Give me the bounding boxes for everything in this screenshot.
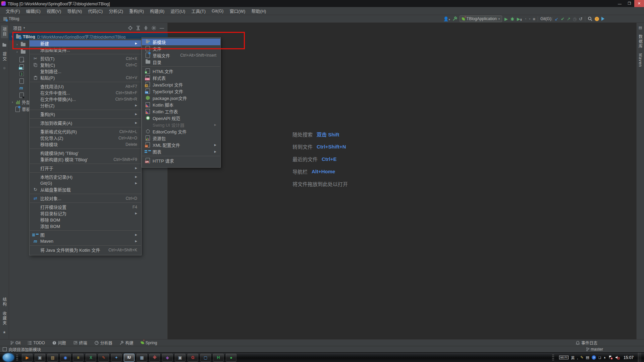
debug-icon[interactable]: [510, 17, 515, 21]
submenu-item-resource-bundle[interactable]: 资源包: [142, 135, 220, 141]
submenu-item-typescript-file[interactable]: TSTypeScript 文件: [142, 88, 220, 95]
menu-run[interactable]: 运行(U): [167, 8, 188, 14]
chevron-collapsed-icon[interactable]: ›: [15, 50, 19, 54]
menu-item-reload-from-disk[interactable]: ↻从磁盘重新加载: [30, 186, 141, 193]
tree-row[interactable]: [19, 77, 24, 84]
learn-ide-icon[interactable]: [601, 17, 604, 21]
taskbar-icon-visual-studio[interactable]: ◆: [162, 354, 173, 362]
ime-toolbar-icon[interactable]: ✎: [580, 355, 583, 360]
submenu-item-editorconfig-file[interactable]: EditorConfig 文件: [142, 128, 220, 135]
minimize-button[interactable]: —: [615, 0, 625, 7]
menu-item-add-to-favorites[interactable]: 添加到收藏夹(A)▶: [30, 120, 141, 126]
profiler-icon[interactable]: ◔: [524, 17, 527, 21]
tool-tab-structure[interactable]: 结构: [2, 297, 7, 307]
menu-navigate[interactable]: 导航(N): [64, 8, 85, 14]
toolwindow-event-log[interactable]: 事件日志: [573, 340, 600, 346]
taskbar-icon-file-manager[interactable]: ▤: [47, 354, 58, 362]
maximize-button[interactable]: ❐: [625, 0, 634, 7]
help-tray-icon[interactable]: ?: [592, 355, 596, 360]
submenu-item-kotlin-worksheet[interactable]: Kotlin 工作表: [142, 108, 220, 115]
menu-item-mark-directory-as[interactable]: 将目录标记为▶: [30, 210, 141, 217]
run-coverage-icon[interactable]: ▶▮: [517, 17, 522, 21]
menu-item-diagram[interactable]: 图▶: [30, 232, 141, 238]
menu-view[interactable]: 视图(V): [44, 8, 64, 14]
taskbar-icon-utility[interactable]: ✦: [111, 354, 122, 362]
submenu-item-scratch-file[interactable]: 草稿文件Ctrl+Alt+Shift+Insert: [142, 52, 220, 59]
git-push-icon[interactable]: ↗: [567, 17, 571, 21]
menu-git[interactable]: Git(G): [209, 8, 226, 13]
breadcrumb[interactable]: TBlog: [3, 16, 19, 21]
taskbar-icon-wechat[interactable]: ●: [226, 354, 236, 362]
menu-item-open-module-settings[interactable]: 打开模块设置F4: [30, 204, 141, 210]
submenu-item-html-file[interactable]: HHTML文件: [142, 68, 220, 74]
menu-refactor[interactable]: 重构(R): [126, 8, 147, 14]
tree-row-external-libraries[interactable]: › 外部: [11, 99, 31, 106]
submenu-item-diagrams[interactable]: 图表▶: [142, 148, 220, 155]
start-button[interactable]: [3, 353, 14, 362]
menu-item-copy[interactable]: 复制(C)Ctrl+C: [30, 62, 141, 68]
menu-item-paste[interactable]: 粘贴(P)Ctrl+V: [30, 74, 141, 81]
menu-item-analyze[interactable]: 分析(Z)▶: [30, 102, 141, 109]
menu-code[interactable]: 代码(C): [85, 8, 106, 14]
taskbar-icon-office-tool[interactable]: ※: [149, 354, 160, 362]
menu-item-maven[interactable]: mMaven▶: [30, 238, 141, 244]
taskbar-icon-editor[interactable]: ✎: [98, 354, 109, 362]
ide-update-icon[interactable]: ↑: [595, 17, 599, 21]
taskbar-icon-remote-desktop[interactable]: ▣: [35, 354, 45, 362]
submenu-item-xml-config-file[interactable]: <>XML 配置文件▶: [142, 141, 220, 148]
menu-item-build-module[interactable]: 构建模块(M) 'TBlog': [30, 150, 141, 156]
star-icon[interactable]: ★: [2, 330, 7, 335]
show-desktop-button[interactable]: [638, 353, 641, 362]
tool-tab-commit[interactable]: 提交: [2, 52, 7, 61]
tree-row[interactable]: ⊘: [19, 56, 24, 63]
taskbar-icon-device-manager[interactable]: ▣: [175, 354, 185, 362]
taskbar-icon-media-player[interactable]: ▶: [22, 354, 33, 362]
git-commit-icon[interactable]: ✔: [561, 17, 565, 21]
menu-item-rebuild-module[interactable]: 重新构建(E) 模块 'TBlog'Ctrl+Shift+F9: [30, 156, 141, 163]
menu-build[interactable]: 构建(B): [147, 8, 167, 14]
menu-item-find-in-files[interactable]: 在文件中查找...Ctrl+Shift+F: [30, 89, 141, 96]
menu-item-add-bom[interactable]: 添加 BOM: [30, 223, 141, 229]
chevron-down-icon[interactable]: ▾: [23, 26, 25, 29]
taskbar-icon-screen-tool[interactable]: ▢: [200, 354, 211, 362]
menu-item-optimize-imports[interactable]: 优化导入(Z)Ctrl+Alt+O: [30, 135, 141, 141]
rollback-icon[interactable]: ↺: [579, 17, 583, 21]
git-branch-widget[interactable]: master: [586, 347, 603, 352]
menu-item-reformat-code[interactable]: 重新格式化代码(R)Ctrl+Alt+L: [30, 128, 141, 135]
menu-file[interactable]: 文件(F): [3, 8, 23, 14]
tool-tab-favorites[interactable]: 收藏夹: [2, 311, 7, 325]
submenu-item-stylesheet[interactable]: CSS样式表: [142, 74, 220, 81]
submenu-item-directory[interactable]: 目录: [142, 59, 220, 65]
locate-icon[interactable]: [128, 26, 132, 30]
tree-row[interactable]: ❯: [19, 70, 24, 77]
folder-icon[interactable]: [2, 43, 7, 47]
submenu-item-package-json[interactable]: package.json文件: [142, 95, 220, 101]
chevron-collapsed-icon[interactable]: ›: [11, 100, 14, 104]
action-center-flag-icon[interactable]: [608, 355, 613, 360]
git-update-icon[interactable]: ↙: [555, 17, 558, 21]
tree-row[interactable]: ›: [15, 48, 25, 55]
build-hammer-icon[interactable]: [452, 16, 457, 21]
run-configuration-select[interactable]: TBlogApplication ▾: [460, 15, 502, 22]
toolwindow-build[interactable]: 构建: [117, 340, 137, 346]
menu-item-git[interactable]: Git(G)▶: [30, 180, 141, 186]
menu-item-cut[interactable]: ✂剪切(T)Ctrl+X: [30, 55, 141, 62]
toolwindow-spring[interactable]: Spring: [138, 340, 160, 346]
tree-row-scratches[interactable]: 草稿: [15, 106, 31, 113]
close-button[interactable]: ✕: [634, 0, 644, 7]
show-hidden-icons-arrow[interactable]: ▲: [603, 356, 606, 359]
toolwindow-profiler[interactable]: 分析器: [92, 340, 115, 346]
project-panel-title[interactable]: 项目: [13, 25, 22, 31]
hide-panel-icon[interactable]: —: [160, 25, 164, 31]
taskbar-icon-chrome[interactable]: ◉: [60, 354, 71, 362]
chevron-down-icon[interactable]: ▾: [529, 17, 530, 20]
profile-icon[interactable]: 👤▾: [443, 17, 450, 21]
expand-all-icon[interactable]: [136, 26, 140, 30]
taskbar-clock[interactable]: 15:07: [624, 355, 634, 360]
menu-edit[interactable]: 编辑(E): [23, 8, 44, 14]
taskbar-icon-sticky-notes[interactable]: ≡: [73, 354, 84, 362]
menu-item-convert-java-to-kotlin[interactable]: 将 Java 文件转换为 Kotlin 文件Ctrl+Alt+Shift+K: [30, 247, 141, 253]
taskbar-icon-g-app[interactable]: G: [187, 354, 198, 362]
tool-tab-project[interactable]: 项目: [1, 25, 8, 38]
menu-item-find-usages[interactable]: 查找用法(U)Alt+F7: [30, 83, 141, 89]
